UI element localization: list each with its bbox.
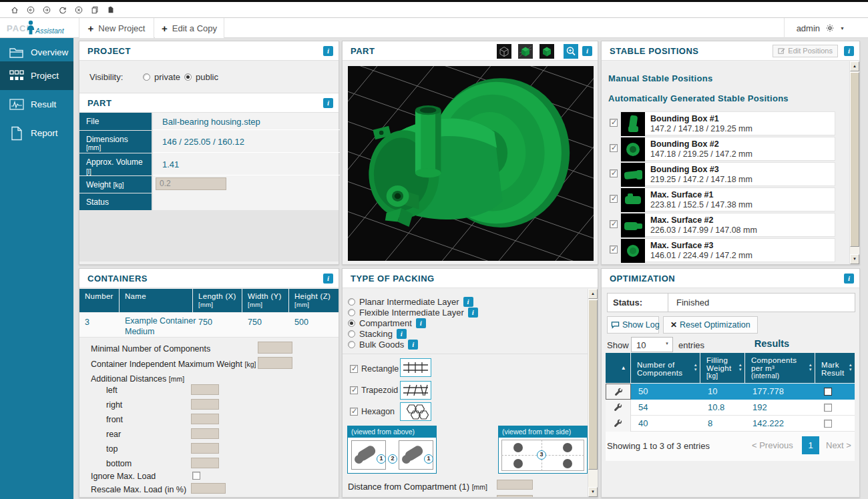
info-icon[interactable]: i: [323, 98, 333, 108]
app-logo[interactable]: PACK Assistant: [0, 18, 73, 38]
stable-position-item[interactable]: Max. Surface #1 223.81 / 152.5 / 147.38 …: [620, 187, 835, 211]
results-col-mark[interactable]: Mark Result▲▼: [815, 353, 855, 383]
info-icon[interactable]: i: [408, 340, 418, 350]
mark-result-checkbox[interactable]: [824, 404, 832, 412]
distance-front-input[interactable]: [191, 414, 219, 424]
shape-rectangle-checkbox[interactable]: [350, 365, 358, 373]
stable-item-checkbox[interactable]: [610, 220, 618, 228]
radio-private[interactable]: [143, 73, 150, 81]
stable-position-item[interactable]: Bounding Box #3 219.25 / 147.2 / 147.18 …: [620, 162, 835, 186]
rescale-max-load-input[interactable]: [191, 483, 226, 494]
scroll-down-button[interactable]: ▼: [850, 254, 859, 264]
view-solid-icon[interactable]: [539, 44, 554, 59]
info-icon[interactable]: i: [468, 308, 478, 318]
packing-option-stacking[interactable]: Stackingi: [348, 329, 407, 339]
forward-icon[interactable]: [43, 6, 51, 14]
info-icon[interactable]: i: [582, 46, 592, 56]
shape-trapezoid-checkbox[interactable]: [350, 386, 358, 394]
stable-position-item[interactable]: Max. Surface #2 226.03 / 147.99 / 147.08…: [620, 213, 835, 237]
part-3d-viewport[interactable]: [348, 66, 594, 261]
edit-positions-button[interactable]: Edit Positions: [773, 45, 838, 57]
stable-scrollbar[interactable]: ▲ ▼: [849, 61, 859, 264]
tune-result-button[interactable]: [606, 416, 631, 432]
user-menu[interactable]: admin ▼: [797, 18, 845, 38]
results-col-components[interactable]: Number of Components▲▼: [631, 353, 700, 383]
results-row[interactable]: 54 10.8 192: [606, 400, 855, 416]
pagination-previous[interactable]: < Previous: [752, 436, 799, 454]
results-col-sort[interactable]: ▲: [606, 353, 630, 383]
view-shaded-wire-icon[interactable]: [518, 44, 533, 59]
sidebar-item-project[interactable]: Project: [0, 61, 73, 90]
distance-rear-input[interactable]: [191, 428, 219, 439]
show-log-button[interactable]: Show Log: [607, 316, 659, 334]
results-row[interactable]: 50 10 177.778: [606, 384, 855, 400]
shape-rectangle-label[interactable]: Rectangle: [361, 364, 399, 374]
stable-position-item[interactable]: Bounding Box #2 147.18 / 219.25 / 147.2 …: [620, 137, 835, 161]
results-col-weight[interactable]: Filling Weight[kg]▲▼: [700, 353, 744, 383]
ignore-max-load-checkbox[interactable]: [192, 472, 200, 480]
col-height[interactable]: Height (Z)[mm]: [289, 289, 339, 312]
pagination-next[interactable]: Next >: [822, 436, 851, 454]
tune-result-button[interactable]: [606, 384, 631, 400]
packing-option-planar[interactable]: Planar Intermediate Layeri: [348, 297, 473, 307]
distance-top-input[interactable]: [191, 443, 219, 454]
col-name[interactable]: Name: [120, 289, 192, 312]
scroll-thumb[interactable]: [850, 72, 859, 247]
stable-item-checkbox[interactable]: [610, 245, 618, 254]
distance-bottom-input[interactable]: [191, 458, 219, 468]
radio-public[interactable]: [184, 73, 192, 81]
distance-compartment-input[interactable]: [497, 480, 533, 490]
tab-new-project[interactable]: + New Project: [79, 18, 154, 38]
radio-private-label[interactable]: private: [154, 72, 180, 82]
scroll-up-button[interactable]: ▲: [588, 289, 598, 299]
info-icon[interactable]: i: [323, 274, 333, 284]
distance-left-input[interactable]: [191, 384, 219, 395]
shape-trapezoid-label[interactable]: Trapezoid: [361, 386, 398, 395]
info-icon[interactable]: i: [416, 318, 426, 328]
packing-option-bulk[interactable]: Bulk Goodsi: [348, 340, 418, 350]
view-wireframe-icon[interactable]: [497, 44, 511, 59]
col-length[interactable]: Length (X)[mm]: [193, 289, 242, 312]
refresh-icon[interactable]: [59, 6, 67, 14]
col-width[interactable]: Width (Y)[mm]: [242, 289, 288, 312]
sidebar-item-result[interactable]: Result: [0, 90, 73, 119]
reset-optimization-button[interactable]: ✕ Reset Optimization: [663, 316, 758, 334]
stop-icon[interactable]: [75, 6, 83, 14]
scroll-down-button[interactable]: ▼: [588, 487, 598, 497]
stable-item-checkbox[interactable]: [610, 169, 618, 177]
info-icon[interactable]: i: [844, 274, 854, 284]
stable-item-checkbox[interactable]: [610, 144, 618, 152]
tune-result-button[interactable]: [606, 400, 631, 416]
radio-public-label[interactable]: public: [196, 72, 218, 82]
tab-edit-a-copy[interactable]: + Edit a Copy: [155, 18, 224, 38]
mark-result-checkbox[interactable]: [824, 420, 832, 428]
sidebar-item-report[interactable]: Report: [0, 119, 73, 147]
packing-option-compartment[interactable]: Compartmenti: [348, 318, 426, 328]
min-components-input[interactable]: [258, 342, 292, 354]
shape-hexagon-checkbox[interactable]: [350, 408, 358, 416]
packing-scrollbar[interactable]: ▲ ▼: [588, 289, 598, 497]
shape-hexagon-label[interactable]: Hexagon: [361, 407, 395, 416]
paste-icon[interactable]: [107, 6, 115, 14]
home-icon[interactable]: [11, 6, 19, 14]
weight-input[interactable]: 0.2: [156, 177, 226, 190]
col-number[interactable]: Number: [79, 289, 119, 312]
scroll-up-button[interactable]: ▲: [850, 61, 859, 71]
info-icon[interactable]: i: [323, 46, 333, 56]
stable-position-item[interactable]: Max. Surface #3 146.01 / 224.49 / 147.2 …: [620, 238, 835, 262]
packing-option-flexible[interactable]: Flexible Intermediate Layeri: [348, 308, 478, 318]
info-icon[interactable]: i: [844, 46, 854, 56]
info-icon[interactable]: i: [463, 297, 473, 307]
entries-select[interactable]: 10 ▼: [631, 337, 673, 352]
max-weight-input[interactable]: [258, 357, 292, 369]
pagination-page-1[interactable]: 1: [802, 436, 819, 454]
info-icon[interactable]: i: [397, 329, 407, 339]
results-col-per-m3[interactable]: Components per m³(internal)▲▼: [745, 353, 815, 383]
scroll-thumb[interactable]: [588, 300, 598, 470]
zoom-icon[interactable]: [564, 44, 578, 59]
distance-right-input[interactable]: [191, 399, 219, 410]
mark-result-checkbox[interactable]: [824, 388, 832, 396]
stable-item-checkbox[interactable]: [610, 195, 618, 203]
next-input-partial[interactable]: [497, 495, 533, 497]
stable-position-item[interactable]: Bounding Box #1 147.2 / 147.18 / 219.25 …: [620, 111, 835, 135]
